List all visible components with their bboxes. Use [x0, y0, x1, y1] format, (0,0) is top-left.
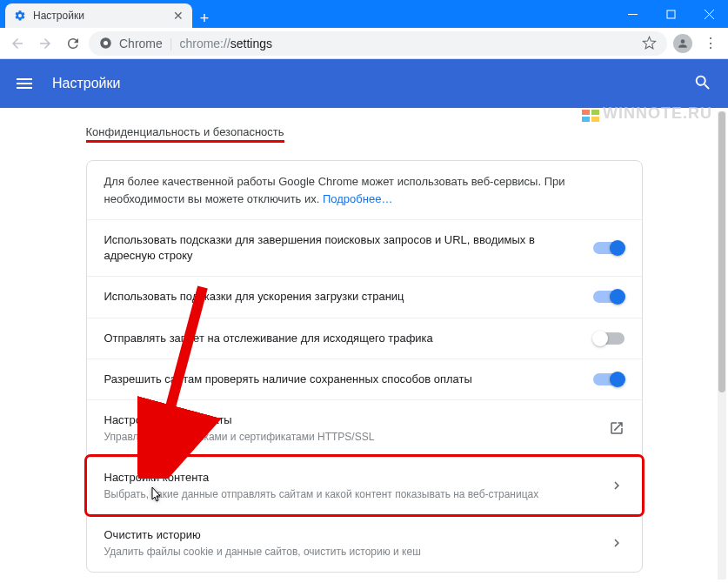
row-label: Разрешить сайтам проверять наличие сохра… — [104, 372, 579, 387]
window-titlebar: Настройки ✕ + — [0, 0, 728, 28]
row-label: Отправлять запрет на отслеживание для ис… — [104, 331, 579, 346]
chrome-icon — [99, 37, 112, 50]
row-sublabel: Удалить файлы cookie и данные сайтов, оч… — [104, 545, 595, 560]
maximize-button[interactable] — [651, 0, 690, 28]
payment-row[interactable]: Разрешить сайтам проверять наличие сохра… — [87, 359, 642, 399]
bookmark-icon[interactable] — [642, 36, 657, 50]
row-sublabel: Управление настройками и сертификатами H… — [104, 430, 595, 445]
tab-strip: Настройки ✕ + — [0, 0, 217, 28]
new-tab-button[interactable]: + — [192, 10, 217, 28]
svg-rect-10 — [591, 110, 599, 115]
minimize-button[interactable] — [613, 0, 651, 28]
menu-icon[interactable] — [14, 73, 35, 94]
row-label: Очистить историю — [104, 527, 595, 543]
close-window-button[interactable] — [690, 0, 728, 28]
prefetch-row[interactable]: Использовать подсказки для ускорения заг… — [87, 276, 642, 317]
section-title: Конфиденциальность и безопасность — [69, 125, 660, 150]
toggle-payment[interactable] — [593, 373, 624, 385]
back-button[interactable] — [5, 31, 30, 56]
autocomplete-row[interactable]: Использовать подсказки для завершения по… — [87, 219, 642, 276]
watermark: WINNOTE.RU — [582, 104, 712, 123]
window-controls — [613, 0, 728, 28]
row-label: Использовать подсказки для завершения по… — [104, 232, 579, 264]
toggle-prefetch[interactable] — [593, 291, 624, 303]
avatar-icon — [673, 34, 692, 53]
learn-more-link[interactable]: Подробнее… — [323, 192, 392, 205]
svg-point-5 — [104, 41, 108, 45]
settings-header: Настройки — [0, 59, 728, 108]
browser-menu-button[interactable]: ⋮ — [698, 35, 723, 51]
svg-rect-12 — [591, 117, 599, 122]
scrollbar-thumb[interactable] — [718, 111, 725, 392]
external-link-icon[interactable] — [609, 420, 624, 436]
url-origin: Chrome — [119, 37, 163, 50]
row-sublabel: Выбрать, какие данные отправлять сайтам … — [104, 487, 595, 502]
settings-content: Конфиденциальность и безопасность Для бо… — [0, 108, 728, 583]
dnt-row[interactable]: Отправлять запрет на отслеживание для ис… — [87, 318, 642, 359]
chevron-right-icon — [609, 478, 624, 493]
svg-rect-8 — [582, 115, 599, 117]
svg-rect-11 — [582, 117, 590, 122]
scrollbar[interactable] — [718, 111, 726, 580]
url-path: settings — [230, 37, 272, 50]
toggle-autocomplete[interactable] — [593, 242, 624, 254]
reload-button[interactable] — [61, 31, 85, 56]
privacy-card: Для более качественной работы Google Chr… — [86, 160, 643, 573]
search-icon[interactable] — [693, 73, 714, 94]
svg-rect-9 — [582, 110, 590, 115]
browser-toolbar: Chrome | chrome://settings ⋮ — [0, 28, 728, 59]
gear-icon — [14, 10, 26, 22]
settings-title: Настройки — [52, 76, 120, 91]
chevron-right-icon — [609, 535, 624, 551]
toggle-dnt[interactable] — [593, 332, 624, 345]
profile-button[interactable] — [671, 31, 695, 56]
tab-title: Настройки — [33, 10, 84, 22]
close-icon[interactable]: ✕ — [173, 9, 184, 23]
address-bar[interactable]: Chrome | chrome://settings — [89, 31, 667, 56]
row-label: Настроить сертификаты — [104, 412, 595, 428]
content-settings-row[interactable]: Настройки контента Выбрать, какие данные… — [87, 457, 642, 514]
row-label: Использовать подсказки для ускорения заг… — [104, 289, 579, 305]
url-scheme: chrome:// — [179, 37, 230, 50]
clear-history-row[interactable]: Очистить историю Удалить файлы cookie и … — [87, 514, 642, 572]
svg-rect-1 — [667, 10, 675, 18]
flag-icon — [582, 108, 599, 120]
row-label: Настройки контента — [104, 470, 595, 486]
forward-button[interactable] — [33, 31, 57, 56]
intro-row: Для более качественной работы Google Chr… — [87, 161, 642, 219]
certs-row[interactable]: Настроить сертификаты Управление настрой… — [87, 399, 642, 457]
browser-tab[interactable]: Настройки ✕ — [5, 3, 192, 28]
